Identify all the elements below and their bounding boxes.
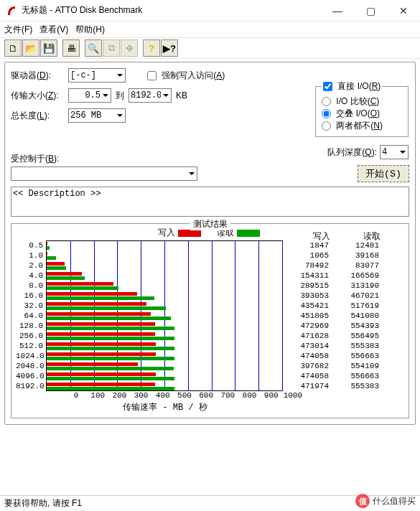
value-row: 474058556663 xyxy=(283,371,383,381)
value-row: 289515313190 xyxy=(283,281,383,291)
start-button[interactable]: 开始(S) xyxy=(358,165,409,182)
print-icon[interactable]: 🖶 xyxy=(62,39,80,57)
window-title: 无标题 - ATTO Disk Benchmark xyxy=(22,4,321,17)
overlapped-io-radio[interactable]: 交叠 I/O(O) xyxy=(322,108,380,118)
menu-help[interactable]: 帮助(H) xyxy=(75,24,105,36)
x-tick: 500 xyxy=(174,391,195,400)
menu-file[interactable]: 文件(F) xyxy=(4,24,32,36)
value-row: 397682554109 xyxy=(283,361,383,371)
value-row: 472969554393 xyxy=(283,321,383,331)
queue-depth-select[interactable] xyxy=(380,145,409,159)
maximize-button[interactable]: ▢ xyxy=(354,0,387,22)
io-compare-radio[interactable]: I/O 比较(C) xyxy=(322,96,379,106)
value-row: 451805541080 xyxy=(283,311,383,321)
app-icon xyxy=(6,5,17,17)
minimize-button[interactable]: — xyxy=(321,0,354,22)
y-tick: 4.0 xyxy=(16,271,43,281)
bar-row xyxy=(47,311,282,322)
x-axis-ticks: 01002003004005006007008009001000 xyxy=(76,391,314,400)
find-icon[interactable]: 🔍 xyxy=(85,39,102,57)
drive-label: 驱动器(D): xyxy=(11,70,68,82)
direct-io-checkbox[interactable]: 直接 I/O(R) xyxy=(322,80,382,93)
col-header-write: 写入 xyxy=(284,230,335,253)
save-icon[interactable]: 💾 xyxy=(40,39,57,57)
description-textarea[interactable]: << Description >> xyxy=(11,187,409,217)
io-options-group: 直接 I/O(R) I/O 比较(C) 交叠 I/O(O) 两者都不(N) xyxy=(315,80,409,137)
watermark-text: 什么值得买 xyxy=(373,495,416,507)
col-header-read: 读取 xyxy=(335,230,385,253)
chart-plot xyxy=(46,240,283,391)
x-axis-label: 传输速率 - MB / 秒 xyxy=(46,401,284,413)
results-group: 测试结果 写入读取 0.51.02.04.08.016.032.064.0128… xyxy=(11,223,409,418)
toolbar: 🗋 📂 💾 🖶 🔍 ⧉ ✥ ? ▶? xyxy=(0,37,420,59)
watermark-icon: 值 xyxy=(355,494,370,508)
copy-icon: ⧉ xyxy=(103,39,120,57)
bar-row xyxy=(47,301,282,311)
value-columns: 1847124811065391687849283077154311166569… xyxy=(283,240,383,391)
bar-row xyxy=(47,271,282,281)
x-tick: 100 xyxy=(87,391,108,400)
size-from-select[interactable] xyxy=(68,88,111,103)
bar-row xyxy=(47,251,282,261)
watermark: 值 什么值得买 xyxy=(355,494,416,508)
queue-depth-label: 队列深度(Q): xyxy=(327,146,377,159)
x-tick: 300 xyxy=(130,391,151,400)
value-row: 7849283077 xyxy=(283,261,383,271)
neither-radio[interactable]: 两者都不(N) xyxy=(322,121,383,131)
y-tick: 8.0 xyxy=(16,281,43,291)
size-to-label: 到 xyxy=(111,90,129,102)
total-length-label: 总长度(L): xyxy=(11,110,68,122)
bar-row xyxy=(47,352,282,362)
force-write-checkbox[interactable]: 强制写入访问(A) xyxy=(147,70,225,82)
x-tick: 0 xyxy=(65,391,87,400)
y-tick: 1.0 xyxy=(16,250,43,261)
value-row: 474058556663 xyxy=(283,351,383,361)
menu-bar: 文件(F) 查看(V) 帮助(H) xyxy=(0,22,420,37)
x-tick: 700 xyxy=(217,391,238,400)
y-tick: 256.0 xyxy=(16,331,43,341)
main-panel: 驱动器(D): 强制写入访问(A) 传输大小(Z): 到 KB 总长度(L): … xyxy=(4,62,416,425)
bar-row xyxy=(47,362,282,372)
bar-row xyxy=(47,291,282,301)
whatsthis-icon[interactable]: ▶? xyxy=(161,39,178,57)
bar-row xyxy=(47,241,282,251)
value-row: 435421517619 xyxy=(283,301,383,311)
total-length-select[interactable] xyxy=(68,108,126,123)
bar-row xyxy=(47,322,282,332)
transfer-size-label: 传输大小(Z): xyxy=(11,90,68,102)
open-icon[interactable]: 📂 xyxy=(22,39,39,57)
y-tick: 64.0 xyxy=(16,311,43,321)
value-row: 471628556495 xyxy=(283,331,383,341)
new-icon[interactable]: 🗋 xyxy=(4,39,22,57)
value-row: 471974555383 xyxy=(283,381,383,391)
value-row: 473014555383 xyxy=(283,341,383,351)
y-tick: 128.0 xyxy=(16,321,43,331)
value-row: 393053467021 xyxy=(283,291,383,301)
bar-row xyxy=(47,372,282,382)
y-tick: 2048.0 xyxy=(16,361,43,371)
bar-row xyxy=(47,261,282,271)
drive-select[interactable] xyxy=(68,68,126,83)
controlled-by-select[interactable] xyxy=(11,167,197,181)
y-tick: 512.0 xyxy=(16,341,43,351)
size-to-select[interactable] xyxy=(129,88,172,103)
close-button[interactable]: ✕ xyxy=(387,0,420,22)
y-axis-labels: 0.51.02.04.08.016.032.064.0128.0256.0512… xyxy=(16,240,46,391)
x-tick: 1000 xyxy=(282,391,304,400)
move-icon: ✥ xyxy=(121,39,138,57)
y-tick: 2.0 xyxy=(16,261,43,271)
status-text: 要获得帮助, 请按 F1 xyxy=(4,497,82,510)
bar-row xyxy=(47,281,282,291)
bar-row xyxy=(47,332,282,342)
size-unit: KB xyxy=(172,90,187,100)
bar-row xyxy=(47,342,282,352)
about-icon[interactable]: ? xyxy=(143,39,160,57)
y-tick: 8192.0 xyxy=(16,381,43,391)
x-tick: 200 xyxy=(108,391,130,400)
x-tick: 600 xyxy=(195,391,217,400)
results-title: 测试结果 xyxy=(190,218,230,230)
menu-view[interactable]: 查看(V) xyxy=(39,24,68,36)
y-tick: 0.5 xyxy=(16,240,43,250)
x-tick: 800 xyxy=(238,391,260,400)
value-row: 154311166569 xyxy=(283,271,383,281)
